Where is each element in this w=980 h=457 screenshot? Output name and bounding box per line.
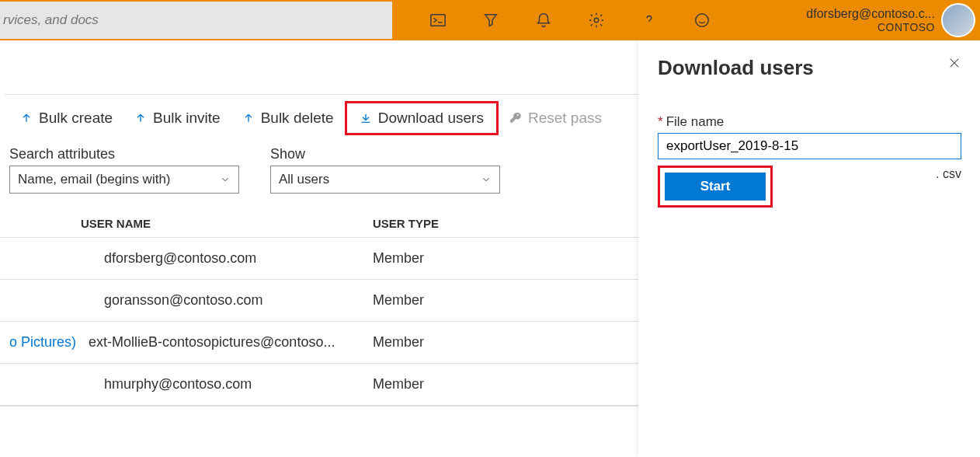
table-header: USER NAME USER TYPE bbox=[0, 209, 638, 237]
chevron-down-icon bbox=[220, 174, 231, 185]
avatar[interactable] bbox=[941, 3, 975, 37]
table-row[interactable]: goransson@contoso.com Member bbox=[0, 279, 638, 321]
reset-password-button: Reset pass bbox=[499, 105, 613, 131]
cloud-shell-icon[interactable] bbox=[412, 0, 464, 40]
row-prefix: o Pictures) bbox=[0, 334, 81, 351]
topbar-icon-group bbox=[412, 0, 728, 40]
search-attributes-value: Name, email (begins with) bbox=[18, 172, 171, 187]
table-row[interactable]: hmurphy@contoso.com Member bbox=[0, 363, 638, 405]
close-icon bbox=[947, 56, 961, 70]
cell-user-type: Member bbox=[373, 292, 424, 309]
bulk-delete-label: Bulk delete bbox=[261, 110, 334, 127]
panel-title: Download users bbox=[658, 56, 814, 80]
help-icon[interactable] bbox=[623, 0, 676, 40]
cell-user-type: Member bbox=[373, 250, 424, 267]
bulk-delete-button[interactable]: Bulk delete bbox=[231, 105, 345, 131]
col-user-name[interactable]: USER NAME bbox=[81, 217, 373, 230]
file-extension-label: . csv bbox=[936, 166, 961, 181]
start-button[interactable]: Start bbox=[665, 173, 766, 201]
show-value: All users bbox=[279, 172, 329, 187]
file-name-input[interactable] bbox=[658, 133, 961, 159]
cell-user-name: hmurphy@contoso.com bbox=[81, 376, 373, 392]
cell-user-name: goransson@contoso.com bbox=[81, 292, 373, 309]
required-asterisk: * bbox=[658, 114, 663, 129]
svg-rect-0 bbox=[431, 15, 445, 26]
close-panel-button[interactable] bbox=[947, 56, 961, 73]
svg-point-2 bbox=[696, 14, 709, 27]
filter-icon[interactable] bbox=[464, 0, 517, 40]
global-search-input[interactable] bbox=[0, 2, 392, 39]
table-row[interactable]: o Pictures) ext-MollieB-contosopictures@… bbox=[0, 321, 638, 363]
top-bar: dforsberg@contoso.c... CONTOSO bbox=[0, 0, 980, 40]
chevron-down-icon bbox=[481, 174, 492, 185]
bulk-create-button[interactable]: Bulk create bbox=[9, 105, 123, 131]
start-highlight-box: Start bbox=[658, 166, 773, 208]
users-table: USER NAME USER TYPE dforsberg@contoso.co… bbox=[0, 209, 638, 406]
cell-user-name: dforsberg@contoso.com bbox=[81, 250, 373, 267]
bulk-invite-label: Bulk invite bbox=[153, 110, 221, 127]
file-name-label: *File name bbox=[658, 114, 961, 130]
download-users-button[interactable]: Download users bbox=[345, 101, 499, 135]
download-users-label: Download users bbox=[378, 110, 484, 127]
cell-user-name: ext-MollieB-contosopictures@contoso... bbox=[81, 334, 373, 351]
account-area[interactable]: dforsberg@contoso.c... CONTOSO bbox=[806, 0, 980, 40]
search-attributes-dropdown[interactable]: Name, email (begins with) bbox=[9, 166, 239, 194]
command-toolbar: Bulk create Bulk invite Bulk delete Down… bbox=[0, 95, 638, 141]
show-dropdown[interactable]: All users bbox=[270, 166, 500, 194]
table-row[interactable]: dforsberg@contoso.com Member bbox=[0, 237, 638, 279]
search-attributes-label: Search attributes bbox=[9, 146, 239, 162]
account-email: dforsberg@contoso.c... bbox=[806, 7, 935, 21]
col-user-type[interactable]: USER TYPE bbox=[373, 217, 439, 230]
reset-password-label: Reset pass bbox=[528, 110, 602, 127]
settings-gear-icon[interactable] bbox=[570, 0, 623, 40]
feedback-smiley-icon[interactable] bbox=[676, 0, 728, 40]
svg-point-1 bbox=[594, 18, 599, 23]
notifications-icon[interactable] bbox=[517, 0, 570, 40]
download-users-panel: Download users *File name Start . csv bbox=[638, 40, 980, 457]
main-content: Bulk create Bulk invite Bulk delete Down… bbox=[0, 40, 638, 457]
account-org: CONTOSO bbox=[806, 21, 935, 33]
cell-user-type: Member bbox=[373, 334, 424, 351]
cell-user-type: Member bbox=[373, 376, 424, 392]
filters-row: Search attributes Name, email (begins wi… bbox=[0, 146, 638, 194]
bulk-invite-button[interactable]: Bulk invite bbox=[123, 105, 231, 131]
show-label: Show bbox=[270, 146, 500, 162]
bulk-create-label: Bulk create bbox=[39, 110, 113, 127]
